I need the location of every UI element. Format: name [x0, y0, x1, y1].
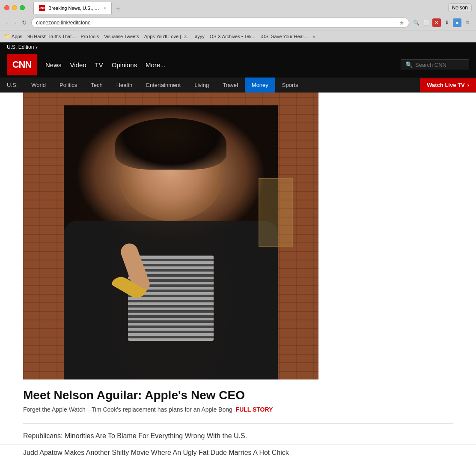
url-text: clonezone.link/editclone — [36, 20, 396, 26]
nav-news[interactable]: News — [45, 60, 62, 70]
traffic-lights — [4, 5, 25, 10]
bookmark-label: ayyy — [195, 34, 205, 39]
bookmark-label: ProTools — [80, 34, 99, 39]
cnn-logo[interactable]: CNN — [7, 54, 37, 75]
watch-live-label: Watch Live TV — [427, 82, 464, 88]
bookmark-apps-love[interactable]: Apps You'll Love | D... — [144, 34, 190, 39]
related-story-2[interactable]: Judd Apatow Makes Another Shitty Movie W… — [0, 445, 476, 461]
search-input[interactable] — [415, 62, 464, 68]
tab-favicon: CNN — [39, 5, 45, 11]
subnav-travel[interactable]: Travel — [216, 78, 245, 93]
subnav-world[interactable]: World — [24, 78, 53, 93]
bookmark-apps[interactable]: 📁 Apps — [4, 33, 22, 39]
subnav-us[interactable]: U.S. — [0, 78, 24, 93]
bookmark-label: 96 Harsh Truths That... — [27, 34, 75, 39]
menu-icon[interactable]: ≡ — [463, 18, 472, 27]
toolbar-icons: 🔍 ⬜ ✕ ⬇ ● ≡ — [412, 18, 472, 27]
cnn-search-bar[interactable]: 🔍 — [401, 59, 469, 70]
bookmark-osx[interactable]: OS X Archives • Tek... — [210, 34, 256, 39]
bookmark-label: Apps — [12, 34, 22, 39]
subheadline-text: Forget the Apple Watch—Tim Cook's replac… — [23, 406, 232, 413]
edition-selector[interactable]: U.S. Edition ▾ — [7, 44, 38, 50]
bookmark-ayyy[interactable]: ayyy — [195, 34, 205, 39]
content-divider-1 — [23, 423, 453, 424]
bookmark-ios[interactable]: iOS: Save Your Heal... — [261, 34, 307, 39]
nav-tv[interactable]: TV — [95, 60, 103, 70]
bookmark-star-icon[interactable]: ★ — [399, 19, 405, 26]
watch-live-button[interactable]: Watch Live TV › — [420, 78, 476, 92]
address-bar-row: ‹ › ↻ clonezone.link/editclone ★ 🔍 ⬜ ✕ ⬇… — [0, 15, 476, 30]
cnn-website: U.S. Edition ▾ CNN News Video TV Opinion… — [0, 42, 476, 472]
search-icon[interactable]: 🔍 — [412, 18, 420, 27]
bookmarks-bar: 📁 Apps 96 Harsh Truths That... ProTools … — [0, 30, 476, 42]
headline-section: Meet Nelson Aguilar: Apple's New CEO For… — [0, 379, 476, 419]
close-button[interactable] — [4, 5, 9, 10]
nav-opinions[interactable]: Opinions — [112, 60, 137, 70]
cnn-top-bar: U.S. Edition ▾ — [0, 42, 476, 52]
cnn-main-content: Meet Nelson Aguilar: Apple's New CEO For… — [0, 93, 476, 472]
tab-title: Breaking News, U.S., Worl... — [48, 6, 100, 11]
bookmark-protools[interactable]: ProTools — [80, 34, 99, 39]
bookmark-icon: 📁 — [4, 33, 10, 39]
bookmark-label: Visualise Tweets — [104, 34, 139, 39]
tab-close-icon[interactable]: × — [103, 5, 106, 11]
headline-subtext: Forget the Apple Watch—Tim Cook's replac… — [23, 406, 467, 413]
tab-bar: CNN Breaking News, U.S., Worl... × + — [29, 2, 127, 14]
subnav-tech[interactable]: Tech — [84, 78, 109, 93]
fullscreen-button[interactable] — [20, 5, 25, 10]
subnav-sports[interactable]: Sports — [275, 78, 305, 93]
back-button[interactable]: ‹ — [4, 18, 10, 27]
nav-more[interactable]: More... — [146, 60, 166, 70]
bookmark-label: OS X Archives • Tek... — [210, 34, 256, 39]
subnav-living[interactable]: Living — [187, 78, 216, 93]
cnn-header: CNN News Video TV Opinions More... 🔍 — [0, 52, 476, 78]
forward-button[interactable]: › — [12, 18, 18, 27]
subnav-politics[interactable]: Politics — [53, 78, 84, 93]
chevron-down-icon: ▾ — [36, 45, 38, 50]
address-bar[interactable]: clonezone.link/editclone ★ — [31, 18, 409, 28]
bookmark-harsh-truths[interactable]: 96 Harsh Truths That... — [27, 34, 75, 39]
bookmarks-more-button[interactable]: » — [312, 34, 315, 39]
bookmark-label: iOS: Save Your Heal... — [261, 34, 307, 39]
cnn-main-nav: News Video TV Opinions More... — [45, 60, 392, 70]
full-story-link[interactable]: FULL STORY — [236, 406, 273, 413]
bookmark-label: Apps You'll Love | D... — [144, 34, 190, 39]
user-name-badge: Nelson — [448, 3, 472, 12]
hero-image — [23, 93, 318, 379]
extension-icon-red[interactable]: ✕ — [432, 18, 441, 27]
extension-icon-blue[interactable]: ● — [453, 18, 461, 27]
subnav-entertainment[interactable]: Entertainment — [139, 78, 187, 93]
screen-share-icon[interactable]: ⬜ — [422, 18, 431, 27]
search-icon: 🔍 — [405, 61, 413, 68]
subnav-money[interactable]: Money — [245, 78, 275, 93]
subnav-health[interactable]: Health — [110, 78, 140, 93]
watch-live-arrow-icon: › — [467, 82, 469, 88]
refresh-button[interactable]: ↻ — [20, 18, 29, 27]
new-tab-button[interactable]: + — [113, 4, 122, 14]
minimize-button[interactable] — [12, 5, 17, 10]
related-story-1[interactable]: Republicans: Minorities Are To Blame For… — [0, 428, 476, 445]
headline-title: Meet Nelson Aguilar: Apple's New CEO — [23, 388, 467, 403]
edition-text: U.S. Edition — [7, 44, 34, 50]
cnn-subnav: U.S. World Politics Tech Health Entertai… — [0, 78, 476, 93]
nav-video[interactable]: Video — [70, 60, 86, 70]
browser-tab[interactable]: CNN Breaking News, U.S., Worl... × — [33, 2, 112, 14]
bookmark-visualise[interactable]: Visualise Tweets — [104, 34, 139, 39]
downloads-icon[interactable]: ⬇ — [443, 18, 451, 27]
